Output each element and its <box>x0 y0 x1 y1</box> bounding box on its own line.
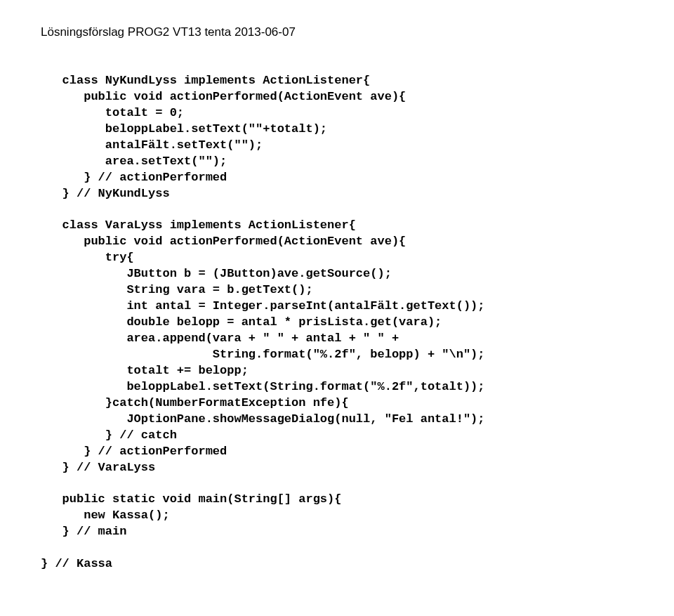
header-title: Lösningsförslag PROG2 VT13 tenta 2013-06… <box>41 25 296 39</box>
page-header: Lösningsförslag PROG2 VT13 tenta 2013-06… <box>41 25 633 39</box>
code-block: class NyKundLyss implements ActionListen… <box>41 73 633 572</box>
